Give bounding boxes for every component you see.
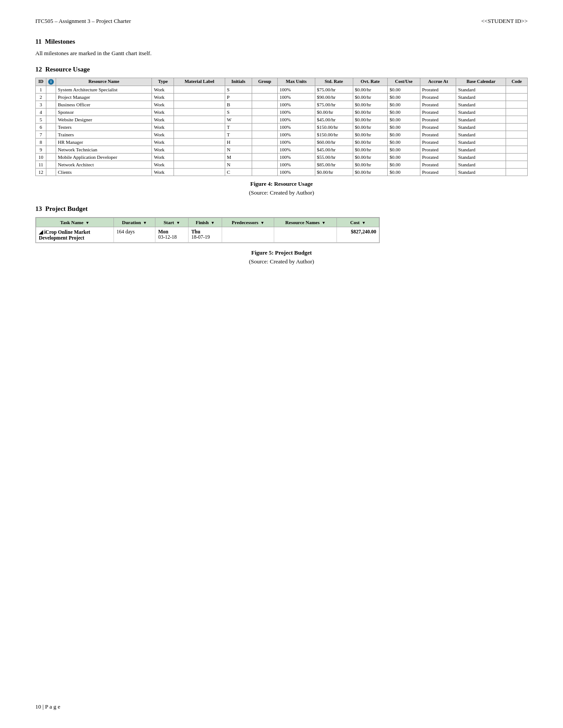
section-11: 11 Milestones All milestones are marked … xyxy=(35,38,528,57)
budget-finish: Thu18-07-19 xyxy=(189,227,222,243)
budget-cost: $827,240.00 xyxy=(337,227,379,243)
resource-row: 6TestersWorkT100%$150.00/hr$0.00/hr$0.00… xyxy=(36,124,528,131)
budget-col-duration[interactable]: Duration ▼ xyxy=(113,218,155,227)
budget-col-finish[interactable]: Finish ▼ xyxy=(189,218,222,227)
cost-filter-arrow[interactable]: ▼ xyxy=(362,221,366,225)
budget-predecessors xyxy=(222,227,274,243)
header-left: ITC505 – Assignment 3 – Project Charter xyxy=(35,18,131,25)
document-header: ITC505 – Assignment 3 – Project Charter … xyxy=(35,18,528,25)
resource-usage-table: ID i Resource Name Type Material Label I… xyxy=(35,78,528,176)
section-13-heading: 13 Project Budget xyxy=(35,205,528,213)
budget-resource-names xyxy=(274,227,337,243)
figure-5-source: (Source: Created by Author) xyxy=(35,258,528,265)
resource-row: 9Network TechnicianWorkN100%$45.00/hr$0.… xyxy=(36,146,528,154)
section-12-heading: 12 Resource Usage xyxy=(35,66,528,73)
resource-row: 11Network ArchitectWorkN100%$85.00/hr$0.… xyxy=(36,161,528,169)
resource-row: 10Mobile Application DeveloperWorkM100%$… xyxy=(36,154,528,161)
col-base-calendar: Base Calendar xyxy=(456,78,506,86)
task-name-filter-arrow[interactable]: ▼ xyxy=(86,221,90,225)
resource-row: 12ClientsWorkC100%$0.00/hr$0.00/hr$0.00P… xyxy=(36,169,528,176)
figure-5-caption: Figure 5: Project Budget xyxy=(35,249,528,256)
budget-task-name: ◢ iCrop Online MarketDevelopment Project xyxy=(36,227,114,243)
page-number: 10 | P a g e xyxy=(35,703,60,710)
col-material-label: Material Label xyxy=(174,78,225,86)
budget-col-predecessors[interactable]: Predecessors ▼ xyxy=(222,218,274,227)
section-11-heading: 11 Milestones xyxy=(35,38,528,45)
duration-filter-arrow[interactable]: ▼ xyxy=(143,221,147,225)
budget-col-resource-names[interactable]: Resource Names ▼ xyxy=(274,218,337,227)
budget-table: Task Name ▼ Duration ▼ Start ▼ Finish xyxy=(36,218,379,243)
col-accrue: Accrue At xyxy=(420,78,456,86)
budget-table-container: Task Name ▼ Duration ▼ Start ▼ Finish xyxy=(35,217,528,245)
budget-start: Mon03-12-18 xyxy=(155,227,189,243)
col-id: ID xyxy=(36,78,46,86)
col-group: Group xyxy=(252,78,277,86)
predecessors-filter-arrow[interactable]: ▼ xyxy=(261,221,264,225)
section-11-body: All milestones are marked in the Gantt c… xyxy=(35,50,528,57)
page-footer: 10 | P a g e xyxy=(35,703,60,710)
header-right: <<STUDENT ID>> xyxy=(481,18,528,25)
section-12: 12 Resource Usage ID i Resource Name Typ… xyxy=(35,66,528,196)
col-type: Type xyxy=(152,78,174,86)
resource-row: 4SponsorWorkS100%$0.00/hr$0.00/hr$0.00Pr… xyxy=(36,109,528,116)
figure-4-source: (Source: Created by Author) xyxy=(35,189,528,196)
col-resource-name: Resource Name xyxy=(56,78,152,86)
resource-names-filter-arrow[interactable]: ▼ xyxy=(322,221,326,225)
section-13: 13 Project Budget Task Name ▼ Duration ▼ xyxy=(35,205,528,265)
col-info: i xyxy=(46,78,56,86)
resource-row: 7TrainersWorkT100%$150.00/hr$0.00/hr$0.0… xyxy=(36,131,528,139)
col-ovt-rate: Ovt. Rate xyxy=(353,78,388,86)
resource-row: 8HR ManagerWorkH100%$60.00/hr$0.00/hr$0.… xyxy=(36,139,528,146)
col-max-units: Max Units xyxy=(278,78,315,86)
budget-col-cost[interactable]: Cost ▼ xyxy=(337,218,379,227)
resource-row: 1System Architecture SpecialistWorkS100%… xyxy=(36,86,528,94)
resource-row: 3Business OfficerWorkB100%$75.00/hr$0.00… xyxy=(36,101,528,109)
budget-row-main: ◢ iCrop Online MarketDevelopment Project… xyxy=(36,227,379,243)
col-cost-use: Cost/Use xyxy=(388,78,420,86)
budget-outer-box: Task Name ▼ Duration ▼ Start ▼ Finish xyxy=(35,217,380,243)
info-icon: i xyxy=(48,79,54,85)
finish-filter-arrow[interactable]: ▼ xyxy=(211,221,215,225)
budget-col-task-name[interactable]: Task Name ▼ xyxy=(36,218,114,227)
col-code: Code xyxy=(506,78,528,86)
resource-row: 5Website DesignerWorkW100%$45.00/hr$0.00… xyxy=(36,116,528,124)
budget-duration: 164 days xyxy=(113,227,155,243)
col-initials: Initials xyxy=(225,78,252,86)
col-std-rate: Std. Rate xyxy=(315,78,353,86)
budget-col-start[interactable]: Start ▼ xyxy=(155,218,189,227)
start-filter-arrow[interactable]: ▼ xyxy=(176,221,180,225)
resource-row: 2Project ManagerWorkP100%$90.00/hr$0.00/… xyxy=(36,94,528,101)
figure-4-caption: Figure 4: Resource Usage xyxy=(35,180,528,188)
